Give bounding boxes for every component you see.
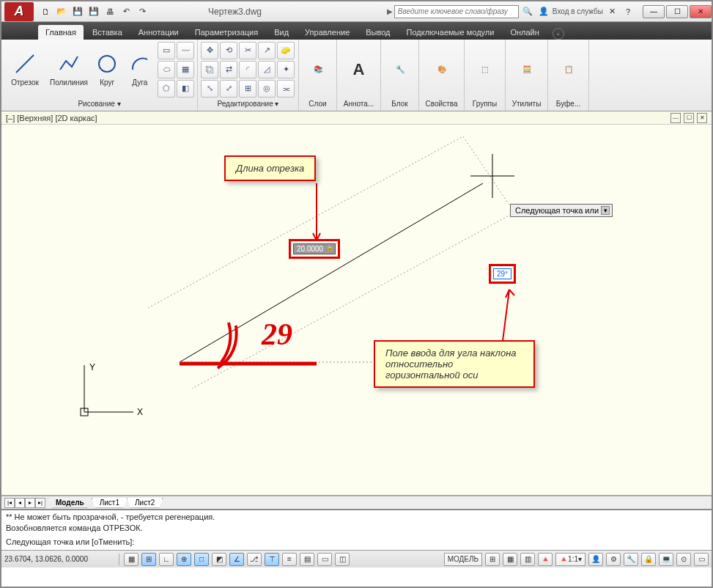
status-qview-icon[interactable]: ▦ xyxy=(503,553,517,566)
dynamic-input-length[interactable]: 20.0000 xyxy=(289,239,340,259)
polygon-icon[interactable]: ⬠ xyxy=(158,80,175,98)
offset-icon[interactable]: ◎ xyxy=(258,80,276,98)
status-dyn-icon[interactable]: ⊤ xyxy=(265,553,279,566)
maximize-button[interactable]: ☐ xyxy=(666,5,688,18)
hatch-icon[interactable]: ▦ xyxy=(177,61,194,78)
tab-view[interactable]: Вид xyxy=(267,25,296,40)
arc-button[interactable]: Дуга xyxy=(125,43,155,96)
block-button[interactable]: 🔧 xyxy=(384,43,415,96)
status-ducs-icon[interactable]: ⎇ xyxy=(247,553,262,566)
qat-save-icon[interactable]: 💾 xyxy=(70,4,85,19)
qat-print-icon[interactable]: 🖶 xyxy=(103,4,117,19)
circle-button[interactable]: Круг xyxy=(92,43,122,96)
tab-insert[interactable]: Вставка xyxy=(85,25,130,40)
signin-icon[interactable]: 👤 xyxy=(536,4,551,19)
tab-output[interactable]: Вывод xyxy=(358,25,397,40)
status-grid-icon[interactable]: ⊞ xyxy=(141,553,156,566)
status-ortho-icon[interactable]: ∟ xyxy=(159,553,174,566)
rectangle-icon[interactable]: ▭ xyxy=(158,42,175,59)
explode-icon[interactable]: ✦ xyxy=(277,61,295,78)
dynamic-input-angle[interactable]: 29 xyxy=(489,264,516,284)
groups-button[interactable]: ⬚ xyxy=(468,43,502,96)
status-scale[interactable]: 🔺1:1▾ xyxy=(555,553,585,566)
nav-prev-icon[interactable]: ◂ xyxy=(15,498,25,508)
vp-maximize-icon[interactable]: ☐ xyxy=(684,113,694,123)
utilities-button[interactable]: 🧮 xyxy=(509,43,544,96)
signin-label[interactable]: Вход в службы xyxy=(553,7,603,15)
status-iso-icon[interactable]: ⊙ xyxy=(676,553,691,566)
tab-sheet2[interactable]: Лист2 xyxy=(127,498,163,508)
line-button[interactable]: Отрезок xyxy=(4,43,45,96)
search-play-icon[interactable]: ▶ xyxy=(387,7,393,15)
status-sc-icon[interactable]: ◫ xyxy=(335,553,350,566)
status-tpy-icon[interactable]: ▤ xyxy=(300,553,314,566)
vp-close-icon[interactable]: ✕ xyxy=(697,113,707,123)
tab-sheet1[interactable]: Лист1 xyxy=(92,498,128,508)
spline-icon[interactable]: 〰 xyxy=(177,42,194,59)
layers-button[interactable]: 📚 xyxy=(302,43,333,96)
region-icon[interactable]: ◧ xyxy=(177,80,194,98)
tab-parametric[interactable]: Параметризация xyxy=(188,25,265,40)
status-qvd-icon[interactable]: ▥ xyxy=(520,553,535,566)
status-clean-icon[interactable]: ▭ xyxy=(694,553,709,566)
tab-manage[interactable]: Управление xyxy=(298,25,357,40)
tab-online[interactable]: Онлайн xyxy=(503,25,546,40)
ribbon-collapse-button[interactable]: ▫ xyxy=(553,28,564,40)
binoculars-icon[interactable]: 🔍 xyxy=(520,4,535,19)
exchange-icon[interactable]: ✕ xyxy=(605,4,619,19)
copy-icon[interactable]: ⿻ xyxy=(201,61,218,78)
help-icon[interactable]: ? xyxy=(621,4,635,19)
scale-icon[interactable]: ⤢ xyxy=(220,80,237,98)
status-otrack-icon[interactable]: ∠ xyxy=(229,553,244,566)
nav-last-icon[interactable]: ▸| xyxy=(35,498,45,508)
tab-model[interactable]: Модель xyxy=(48,498,92,508)
app-menu-button[interactable]: A xyxy=(4,2,34,21)
qat-new-icon[interactable]: 🗋 xyxy=(38,4,53,19)
viewport-label[interactable]: [–] [Верхняя] [2D каркас] xyxy=(6,114,97,122)
polyline-button[interactable]: Полилиния xyxy=(48,43,89,96)
ellipse-icon[interactable]: ⬭ xyxy=(158,61,175,78)
status-lwt-icon[interactable]: ≡ xyxy=(282,553,297,566)
mirror-icon[interactable]: ⇄ xyxy=(220,61,237,78)
join-icon[interactable]: ⫘ xyxy=(277,80,295,98)
status-toolbar-icon[interactable]: 🔧 xyxy=(624,553,638,566)
tab-home[interactable]: Главная xyxy=(38,25,84,40)
fillet-icon[interactable]: ◜ xyxy=(239,61,256,78)
array-icon[interactable]: ⊞ xyxy=(239,80,256,98)
search-input[interactable] xyxy=(394,5,519,18)
extend-icon[interactable]: ↗ xyxy=(258,42,276,59)
tab-annotations[interactable]: Аннотации xyxy=(131,25,186,40)
qat-redo-icon[interactable]: ↷ xyxy=(135,4,149,19)
panel-edit-title[interactable]: Редактирование ▾ xyxy=(201,98,295,109)
close-button[interactable]: ✕ xyxy=(690,5,712,18)
status-polar-icon[interactable]: ⊕ xyxy=(177,553,191,566)
vp-minimize-icon[interactable]: — xyxy=(670,113,681,123)
panel-draw-title[interactable]: Рисование ▾ xyxy=(4,98,194,109)
drawing-canvas[interactable]: Y X Длина отрезка 20.0000 29 Поле ввода … xyxy=(1,125,712,496)
status-ws-icon[interactable]: ⚙ xyxy=(606,553,621,566)
minimize-button[interactable]: — xyxy=(643,5,665,18)
rotate-icon[interactable]: ⟲ xyxy=(220,42,237,59)
status-snap-icon[interactable]: ▦ xyxy=(124,553,138,566)
status-space-model[interactable]: МОДЕЛЬ xyxy=(444,553,482,566)
trim-icon[interactable]: ✂ xyxy=(239,42,256,59)
status-osnap-icon[interactable]: □ xyxy=(194,553,209,566)
stretch-icon[interactable]: ⤡ xyxy=(201,80,218,98)
status-annovis-icon[interactable]: 👤 xyxy=(588,553,603,566)
nav-next-icon[interactable]: ▸ xyxy=(25,498,35,508)
nav-first-icon[interactable]: |◂ xyxy=(4,498,15,508)
tab-plugins[interactable]: Подключаемые модули xyxy=(399,25,502,40)
text-button[interactable]: A xyxy=(340,43,377,96)
status-annoscale-icon[interactable]: 🔺 xyxy=(538,553,553,566)
chamfer-icon[interactable]: ◿ xyxy=(258,61,276,78)
status-grid2-icon[interactable]: ⊞ xyxy=(485,553,500,566)
qat-open-icon[interactable]: 📂 xyxy=(54,4,69,19)
status-lock-icon[interactable]: 🔒 xyxy=(641,553,656,566)
qat-saveas-icon[interactable]: 💾 xyxy=(86,4,101,19)
status-3dosnap-icon[interactable]: ◩ xyxy=(212,553,226,566)
command-window[interactable]: ** Не может быть прозрачной, - требуется… xyxy=(1,509,712,550)
erase-icon[interactable]: 🧽 xyxy=(277,42,295,59)
properties-button[interactable]: 🎨 xyxy=(422,43,461,96)
qat-undo-icon[interactable]: ↶ xyxy=(119,4,133,19)
clipboard-button[interactable]: 📋 xyxy=(551,43,585,96)
